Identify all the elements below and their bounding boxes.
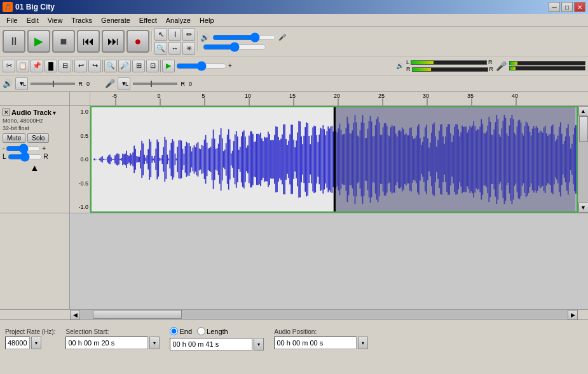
selection-tool-button[interactable]: ↖ <box>154 28 167 41</box>
svg-rect-139 <box>241 137 242 183</box>
scroll-left-button[interactable]: ◀ <box>70 310 80 320</box>
selection-start-dropdown[interactable]: ▾ <box>149 337 160 349</box>
stop-button[interactable]: ■ <box>52 30 75 53</box>
cut-button[interactable]: ✂ <box>3 60 15 72</box>
play-button[interactable]: ▶ <box>27 30 50 53</box>
gain-slider[interactable] <box>6 146 41 151</box>
svg-rect-147 <box>251 131 252 187</box>
silence-button[interactable]: ⊟ <box>58 60 71 72</box>
menu-tracks[interactable]: Tracks <box>67 15 96 25</box>
scroll-track-v[interactable] <box>579 116 588 203</box>
pan-slider[interactable] <box>8 154 43 159</box>
collapse-button[interactable]: ▲ <box>3 163 67 173</box>
svg-rect-55 <box>133 145 135 173</box>
menu-help[interactable]: Help <box>196 15 218 25</box>
skip-back-button[interactable]: ⏮ <box>77 30 100 53</box>
scroll-thumb-v[interactable] <box>579 116 588 142</box>
svg-rect-199 <box>317 142 318 177</box>
svg-rect-29 <box>100 157 102 161</box>
end-radio[interactable]: End <box>170 327 192 335</box>
svg-rect-56 <box>135 149 136 170</box>
yaxis-1: 1.0 <box>71 109 88 115</box>
scroll-down-button[interactable]: ▼ <box>578 203 589 213</box>
mute-button[interactable]: Mute <box>3 133 25 143</box>
vertical-scrollbar[interactable]: ▲ ▼ <box>578 106 588 213</box>
svg-rect-111 <box>205 135 207 184</box>
playback-volume-slider[interactable] <box>212 34 276 41</box>
undo-button[interactable]: ↩ <box>74 60 87 72</box>
end-value-input[interactable]: 00 h 00 m 41 s <box>170 338 252 351</box>
end-radio-input[interactable] <box>170 327 178 335</box>
selection-start-input[interactable]: 00 h 00 m 20 s <box>65 337 148 349</box>
pause-button[interactable]: ⏸ <box>3 30 25 53</box>
svg-rect-144 <box>247 145 249 173</box>
menu-view[interactable]: View <box>44 15 67 25</box>
scroll-track-h[interactable] <box>80 310 568 319</box>
length-radio-input[interactable] <box>197 327 205 335</box>
minimize-button[interactable]: ─ <box>549 2 560 12</box>
project-rate-input[interactable]: 48000 <box>5 337 30 349</box>
svg-rect-33 <box>106 159 107 159</box>
track-dropdown[interactable]: ▾ <box>53 109 56 116</box>
status-bar: Project Rate (Hz): 48000 ▾ Selection Sta… <box>0 319 588 357</box>
record-volume-slider[interactable] <box>203 44 266 50</box>
zoom-sel-button[interactable]: ⊞ <box>132 60 145 72</box>
svg-text:0: 0 <box>157 93 160 99</box>
svg-rect-100 <box>191 151 193 167</box>
track-close-button[interactable]: ✕ <box>3 109 10 116</box>
envelope-tool-button[interactable]: ⌇ <box>168 28 181 41</box>
hscroll-right-pad <box>578 310 588 319</box>
svg-text:40: 40 <box>512 93 518 99</box>
project-rate-dropdown[interactable]: ▾ <box>31 337 41 349</box>
length-radio[interactable]: Length <box>197 327 228 335</box>
multi-tool-button[interactable]: ✳ <box>182 42 195 55</box>
maximize-button[interactable]: □ <box>561 2 573 12</box>
copy-button[interactable]: 📋 <box>17 60 29 72</box>
play-icon: ▶ <box>34 34 43 48</box>
paste-button[interactable]: 📌 <box>31 60 43 72</box>
timeshift-tool-button[interactable]: ↔ <box>168 42 181 55</box>
audio-pos-input[interactable]: 00 h 00 m 00 s <box>274 337 357 349</box>
zoom-fit-button[interactable]: ⊡ <box>146 60 159 72</box>
redo-button[interactable]: ↪ <box>88 60 101 72</box>
trim-button[interactable]: ▐▌ <box>44 60 57 72</box>
menu-edit[interactable]: Edit <box>23 15 43 25</box>
skip-fwd-button[interactable]: ⏭ <box>102 30 125 53</box>
r-label-2: R <box>489 66 494 72</box>
waveform-container[interactable] <box>90 106 578 213</box>
scroll-thumb-h[interactable] <box>93 310 182 319</box>
draw-tool-button[interactable]: ✏ <box>182 28 195 41</box>
menu-generate[interactable]: Generate <box>97 15 134 25</box>
svg-rect-51 <box>128 156 130 163</box>
svg-rect-193 <box>310 144 311 175</box>
play-at-speed-button[interactable]: ▶ <box>162 60 175 72</box>
solo-button[interactable]: Solo <box>27 133 49 143</box>
svg-rect-71 <box>154 156 155 163</box>
separator-5 <box>160 60 161 72</box>
scroll-right-button[interactable]: ▶ <box>568 310 578 320</box>
svg-rect-192 <box>308 136 310 183</box>
audio-pos-group: Audio Position: 00 h 00 m 00 s ▾ <box>274 328 368 349</box>
zoom-in-button[interactable]: 🔍 <box>104 60 117 72</box>
svg-rect-177 <box>289 135 291 185</box>
menu-file[interactable]: File <box>3 15 22 25</box>
zoom-out-button[interactable]: 🔎 <box>118 60 131 72</box>
zoom-tool-button[interactable]: 🔍 <box>154 42 167 55</box>
close-button[interactable]: ✕ <box>574 2 585 12</box>
end-dropdown[interactable]: ▾ <box>254 338 264 351</box>
svg-rect-148 <box>252 134 254 185</box>
menu-effect[interactable]: Effect <box>135 15 161 25</box>
record-button[interactable]: ● <box>126 30 149 53</box>
menu-analyze[interactable]: Analyze <box>162 15 195 25</box>
svg-rect-123 <box>221 128 222 190</box>
svg-rect-158 <box>265 138 266 182</box>
scroll-up-button[interactable]: ▲ <box>578 106 589 116</box>
svg-rect-47 <box>123 154 125 164</box>
ruler-scrollbar-pad <box>578 92 588 105</box>
play-speed-slider[interactable] <box>176 63 227 69</box>
window-title: 01 Big City <box>15 3 55 11</box>
audio-pos-dropdown[interactable]: ▾ <box>358 337 368 349</box>
svg-rect-203 <box>322 125 324 194</box>
svg-rect-143 <box>246 148 247 171</box>
svg-rect-156 <box>263 141 264 178</box>
